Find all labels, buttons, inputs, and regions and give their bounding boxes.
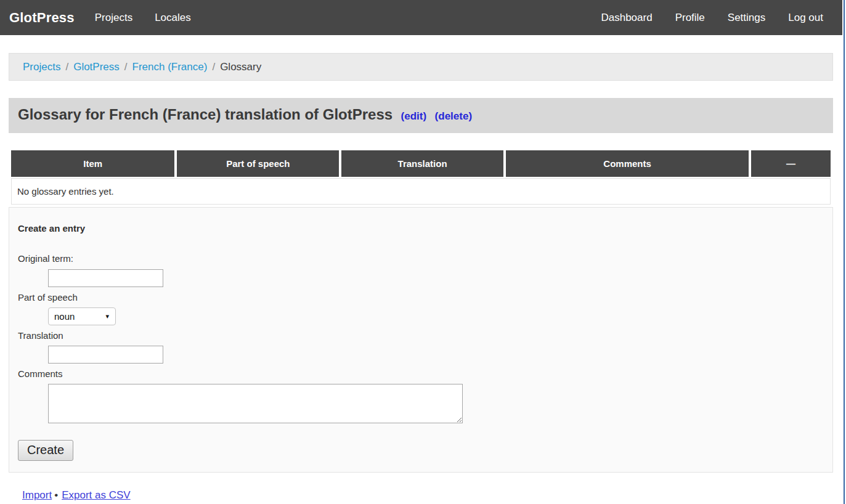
form-heading: Create an entry	[18, 222, 824, 234]
translation-input[interactable]	[48, 346, 163, 364]
column-header-comments: Comments	[506, 150, 749, 177]
breadcrumb-separator: /	[212, 61, 215, 73]
page-title: Glossary for French (France) translation…	[18, 106, 392, 123]
footer-links: Import•Export as CSV	[9, 489, 833, 502]
nav-item-logout[interactable]: Log out	[788, 12, 823, 24]
column-header-item: Item	[11, 150, 174, 177]
translation-label: Translation	[18, 330, 824, 341]
glossary-empty-row: No glossary entries yet.	[11, 178, 831, 205]
breadcrumb-separator: /	[65, 61, 68, 73]
import-link[interactable]: Import	[22, 489, 52, 501]
column-header-part-of-speech: Part of speech	[177, 150, 339, 177]
glossary-header-row: Item Part of speech Translation Comments…	[11, 150, 831, 177]
edit-link[interactable]: (edit)	[401, 110, 427, 122]
original-term-label: Original term:	[18, 253, 824, 264]
comments-textarea[interactable]	[48, 384, 463, 423]
page-title-bar: Glossary for French (France) translation…	[9, 98, 833, 133]
nav-item-dashboard[interactable]: Dashboard	[601, 12, 652, 24]
delete-link[interactable]: (delete)	[435, 110, 472, 122]
part-of-speech-label: Part of speech	[18, 291, 824, 303]
breadcrumb-link-glotpress[interactable]: GlotPress	[73, 61, 120, 73]
breadcrumb: Projects/GlotPress/French (France)/Gloss…	[9, 53, 833, 81]
window-edge-line	[844, 0, 845, 504]
create-button[interactable]: Create	[18, 440, 73, 461]
footer-separator: •	[54, 489, 58, 501]
column-header-translation: Translation	[341, 150, 503, 177]
export-csv-link[interactable]: Export as CSV	[62, 489, 131, 501]
top-nav-left: GlotPress Projects Locales	[9, 10, 213, 26]
breadcrumb-separator: /	[124, 61, 128, 73]
comments-label: Comments	[18, 368, 824, 380]
top-nav-right: Dashboard Profile Settings Log out	[578, 12, 823, 24]
nav-item-locales[interactable]: Locales	[155, 12, 191, 24]
original-term-input[interactable]	[48, 269, 163, 287]
nav-item-settings[interactable]: Settings	[728, 12, 765, 24]
nav-item-profile[interactable]: Profile	[675, 12, 705, 24]
breadcrumb-current: Glossary	[220, 61, 261, 73]
top-nav: GlotPress Projects Locales Dashboard Pro…	[0, 0, 842, 35]
empty-message: No glossary entries yet.	[11, 178, 831, 205]
breadcrumb-link-french-france[interactable]: French (France)	[132, 61, 208, 73]
breadcrumb-link-projects[interactable]: Projects	[23, 61, 60, 73]
nav-item-projects[interactable]: Projects	[95, 12, 132, 24]
column-header-actions: —	[751, 150, 831, 177]
glossary-table: Item Part of speech Translation Comments…	[9, 149, 833, 206]
create-entry-form: Create an entry Original term: Part of s…	[9, 207, 833, 473]
glotpress-logo[interactable]: GlotPress	[9, 10, 75, 26]
part-of-speech-select[interactable]: noun	[48, 307, 116, 325]
part-of-speech-select-wrap: noun ▾	[48, 307, 116, 325]
